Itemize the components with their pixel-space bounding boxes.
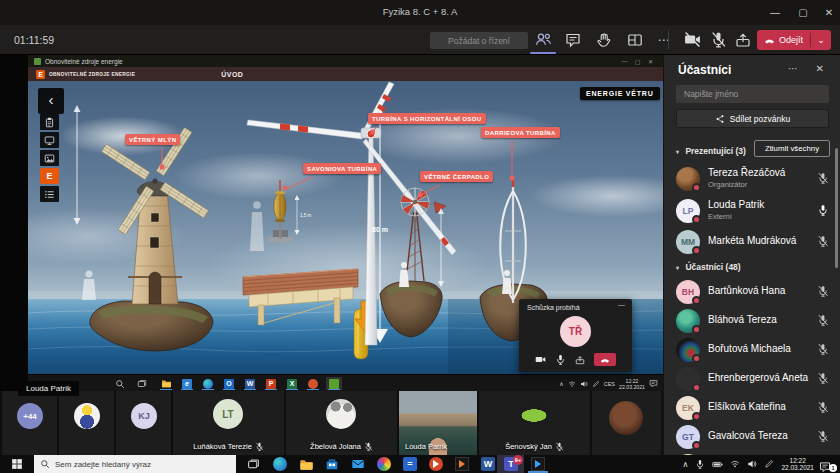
teams-icon[interactable]: T 9+: [497, 455, 524, 473]
video-tile-phone[interactable]: +44: [2, 391, 57, 455]
window-maximize-icon[interactable]: ▢: [790, 0, 816, 25]
mic-off-icon[interactable]: [817, 372, 829, 384]
video-tile-lunakova[interactable]: LT Luňáková Terezie: [173, 391, 284, 455]
request-control-button[interactable]: Požádat o řízení: [430, 32, 528, 49]
taskbar-clock[interactable]: 12:22 22.03.2021: [781, 457, 814, 471]
shared-ie-icon[interactable]: e: [179, 377, 195, 390]
mic-off-icon[interactable]: [817, 314, 829, 326]
panel-scrollbar[interactable]: [835, 148, 838, 268]
mini-meeting-window[interactable]: Schůzka probíhá — TŘ: [519, 299, 632, 372]
mute-all-button[interactable]: Ztlumit všechny: [754, 140, 830, 157]
presenters-section-header[interactable]: ▾ Prezentující (3): [676, 146, 746, 156]
taskbar-search[interactable]: [34, 455, 236, 473]
video-tile-kj[interactable]: KJ: [116, 391, 171, 455]
participant-row[interactable]: BH Bartůnková Hana: [664, 277, 840, 307]
tray-wifi-icon[interactable]: [730, 459, 740, 469]
edge-icon[interactable]: [270, 455, 290, 473]
shared-powerpoint-live-icon[interactable]: [305, 377, 321, 390]
shared-clock[interactable]: 12:22 22.03.2021: [619, 378, 645, 390]
list-tool-button[interactable]: [40, 186, 59, 202]
video-tile-louda[interactable]: Louda Patrik: [399, 391, 477, 455]
label-savonius[interactable]: SAVONIOVA TURBÍNA: [303, 163, 381, 174]
leave-button[interactable]: Odejít ⌄: [757, 30, 831, 50]
mini-camera-icon[interactable]: [535, 354, 546, 365]
attendees-section-header[interactable]: ▾ Účastníci (48): [676, 262, 741, 272]
breakout-rooms-icon[interactable]: [627, 32, 643, 48]
shared-outlook-icon[interactable]: O: [221, 377, 237, 390]
gallery-tool-button[interactable]: [40, 150, 59, 166]
back-button[interactable]: ‹: [38, 88, 64, 114]
label-wind-pump[interactable]: VĚTRNÉ ČERPADLO: [420, 171, 493, 182]
raise-hand-icon[interactable]: [596, 32, 612, 48]
participant-row[interactable]: Ehrenbergerová Aneta: [664, 364, 840, 394]
start-button[interactable]: [6, 455, 28, 473]
shared-explorer-icon[interactable]: [158, 377, 174, 390]
mini-mic-icon[interactable]: [555, 354, 566, 365]
taskview-button[interactable]: [242, 455, 264, 473]
share-invite-button[interactable]: Sdílet pozvánku: [676, 109, 829, 128]
mic-off-icon[interactable]: [817, 235, 829, 247]
mic-off-icon[interactable]: [817, 401, 829, 413]
file-explorer-icon[interactable]: [296, 455, 316, 473]
tray-pen-icon[interactable]: [764, 459, 774, 469]
tray-wifi-icon[interactable]: [568, 380, 576, 388]
video-tile-zbelova[interactable]: Žbelová Jolana: [286, 391, 397, 455]
mic-off-icon[interactable]: [817, 285, 829, 297]
shared-powerpoint-icon[interactable]: P: [263, 377, 279, 390]
more-options-icon[interactable]: ⋯: [650, 30, 678, 50]
shared-excel-icon[interactable]: X: [284, 377, 300, 390]
share-screen-icon[interactable]: [735, 32, 751, 48]
calculator-icon[interactable]: =: [400, 455, 420, 473]
mini-hangup-button[interactable]: [594, 353, 616, 366]
mic-off-icon[interactable]: [817, 172, 829, 184]
mini-minimize-icon[interactable]: —: [618, 301, 625, 308]
menu-item-uvod[interactable]: ÚVOD: [221, 71, 243, 78]
notes-tool-button[interactable]: [40, 114, 59, 130]
shared-search-icon[interactable]: [112, 377, 128, 390]
camera-off-icon[interactable]: [684, 31, 701, 48]
mini-share-icon[interactable]: [575, 355, 585, 365]
participant-row[interactable]: GT Gavalcová Tereza: [664, 422, 840, 452]
participant-row[interactable]: Bořutová Michaela: [664, 335, 840, 365]
shared-language-indicator[interactable]: CES: [604, 381, 615, 387]
tray-battery-icon[interactable]: [712, 459, 723, 470]
action-center-icon[interactable]: 1: [819, 457, 834, 471]
video-tile-senovsky[interactable]: Šenovský Jan: [479, 391, 590, 455]
tray-speaker-icon[interactable]: [747, 459, 757, 469]
participant-row[interactable]: LP Louda Patrik Externí: [664, 196, 840, 226]
mic-off-icon[interactable]: [817, 430, 829, 442]
shared-notification-icon[interactable]: [649, 379, 658, 388]
taskbar-search-input[interactable]: [55, 460, 225, 469]
panel-more-icon[interactable]: ⋯: [788, 63, 798, 74]
video-tile-lego[interactable]: [59, 391, 114, 455]
shared-word-icon[interactable]: W: [242, 377, 258, 390]
word-icon[interactable]: W: [478, 455, 498, 473]
tray-caret-icon[interactable]: ∧: [683, 460, 689, 469]
mic-off-icon[interactable]: [817, 343, 829, 355]
label-horizontal-axis[interactable]: TURBÍNA S HORIZONTÁLNÍ OSOU: [368, 113, 486, 124]
store-icon[interactable]: [322, 455, 342, 473]
screen-tool-button[interactable]: [40, 132, 59, 148]
powerpoint-icon[interactable]: [426, 455, 446, 473]
participants-icon[interactable]: [535, 31, 552, 48]
label-windmill[interactable]: VĚTRNÝ MLÝN: [125, 134, 180, 145]
video-tile-dog[interactable]: [592, 391, 661, 455]
tray-caret-icon[interactable]: ∧: [559, 380, 563, 387]
window-close-icon[interactable]: ✕: [816, 0, 840, 25]
tray-pen-icon[interactable]: [592, 380, 600, 388]
window-minimize-icon[interactable]: —: [762, 0, 788, 25]
chat-icon[interactable]: [565, 32, 581, 48]
participant-row[interactable]: Tereza Řezáčová Organizátor: [664, 164, 840, 194]
mail-icon[interactable]: [348, 455, 368, 473]
mic-on-icon[interactable]: [817, 204, 829, 216]
tray-speaker-icon[interactable]: [580, 380, 588, 388]
label-darrieus[interactable]: DARRIEOVA TURBÍNA: [481, 127, 560, 138]
paint-icon[interactable]: [374, 455, 394, 473]
participant-search-input[interactable]: [676, 85, 829, 103]
shared-taskview-icon[interactable]: [134, 377, 150, 390]
leave-chevron-icon[interactable]: ⌄: [811, 31, 831, 50]
video-player-icon[interactable]: [452, 455, 472, 473]
cez-tool-button[interactable]: E: [40, 168, 59, 184]
panel-close-icon[interactable]: ✕: [816, 63, 824, 74]
shared-edge-icon[interactable]: [200, 377, 216, 390]
